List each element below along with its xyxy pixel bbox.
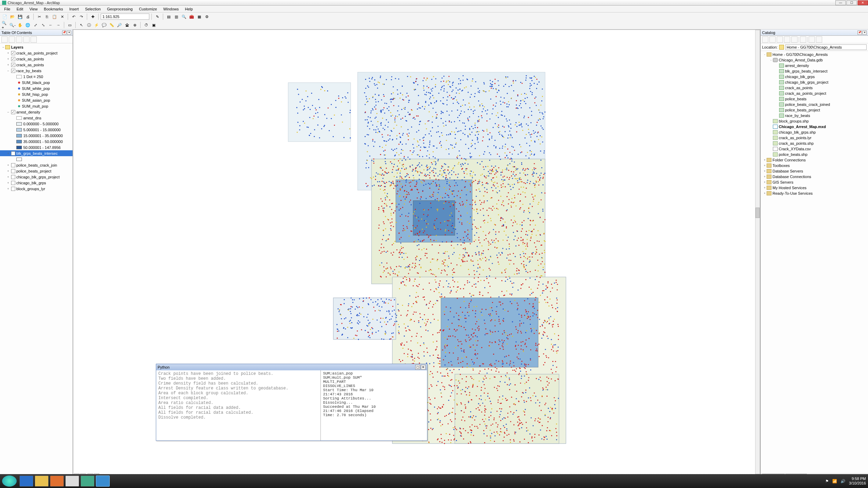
python-output-pane[interactable]: Crack points have been joined to police … bbox=[156, 370, 321, 440]
time-slider-icon[interactable]: ⏱ bbox=[143, 22, 150, 28]
toc-item[interactable]: +crack_as_points_project bbox=[0, 50, 73, 56]
catalog-item[interactable]: -Home - GG700\Chicago_Arrests bbox=[761, 52, 868, 57]
layer-checkbox[interactable] bbox=[11, 63, 15, 67]
list-icon[interactable] bbox=[800, 36, 806, 43]
menu-windows[interactable]: Windows bbox=[160, 6, 182, 12]
select-icon[interactable]: ▭ bbox=[66, 22, 73, 28]
toggle-icon[interactable] bbox=[784, 36, 790, 43]
toc-item[interactable]: 0.000000 - 5.000000 bbox=[0, 121, 73, 127]
tray-volume-icon[interactable]: 🔊 bbox=[841, 479, 845, 483]
arcmap-taskbar-icon[interactable] bbox=[96, 476, 110, 487]
python-window-header[interactable]: Python ▢ ✕ bbox=[156, 364, 427, 370]
scale-input[interactable]: 1:161.925 bbox=[101, 14, 149, 20]
open-icon[interactable]: 📂 bbox=[9, 13, 16, 20]
go-to-xy-icon[interactable]: ⊕ bbox=[131, 22, 138, 28]
toc-item[interactable]: +crack_as_points bbox=[0, 62, 73, 68]
clock[interactable]: 9:58 PM 3/10/2016 bbox=[849, 477, 866, 486]
list-by-selection-icon[interactable] bbox=[23, 36, 30, 43]
toc-item[interactable]: +chicago_blk_grps_project bbox=[0, 174, 73, 180]
layer-checkbox[interactable] bbox=[11, 110, 15, 114]
minimize-button[interactable]: — bbox=[835, 0, 846, 5]
catalog-tree[interactable]: -Home - GG700\Chicago_Arrests-Chicago_Ar… bbox=[761, 51, 868, 473]
identify-icon[interactable]: ⓘ bbox=[85, 22, 92, 28]
back-icon[interactable]: ← bbox=[47, 22, 54, 28]
print-icon[interactable]: 🖨 bbox=[24, 13, 31, 20]
media-player-icon[interactable] bbox=[50, 476, 64, 487]
catalog-item[interactable]: blk_grps_beats_intersect bbox=[761, 68, 868, 74]
location-input[interactable] bbox=[785, 44, 867, 50]
layer-checkbox[interactable] bbox=[11, 151, 15, 155]
catalog-item[interactable]: +Ready-To-Use Services bbox=[761, 191, 868, 196]
catalog-item[interactable]: race_by_beats bbox=[761, 113, 868, 118]
ie-icon[interactable] bbox=[19, 476, 33, 487]
auto-hide-icon[interactable]: 📌 bbox=[62, 31, 66, 35]
catalog-close-icon[interactable]: ✕ bbox=[862, 31, 867, 35]
cut-icon[interactable]: ✂ bbox=[36, 13, 43, 20]
toc-item[interactable]: +police_beats_crack_join bbox=[0, 162, 73, 168]
toc-item[interactable]: 15.000001 - 35.000000 bbox=[0, 133, 73, 138]
toc-item[interactable]: −race_by_beats bbox=[0, 68, 73, 74]
search-icon[interactable]: 🔍 bbox=[181, 13, 187, 20]
model-builder-icon[interactable]: ⚙ bbox=[203, 13, 210, 20]
explorer-icon[interactable] bbox=[35, 476, 49, 487]
toc-item[interactable]: +block_groups_lyr bbox=[0, 186, 73, 192]
catalog-item[interactable]: police_beats bbox=[761, 96, 868, 102]
forward-icon[interactable]: → bbox=[55, 22, 62, 28]
close-panel-icon[interactable]: ✕ bbox=[67, 31, 71, 35]
catalog-item[interactable]: -Chicago_Arrest_Data.gdb bbox=[761, 57, 868, 63]
html-popup-icon[interactable]: 💬 bbox=[101, 22, 108, 28]
tray-flag-icon[interactable]: ⚑ bbox=[825, 479, 829, 483]
toc-item[interactable]: arrest_dns bbox=[0, 115, 73, 121]
catalog-item[interactable]: crack_as_points bbox=[761, 85, 868, 91]
redo-icon[interactable]: ↷ bbox=[78, 13, 85, 20]
layer-checkbox[interactable] bbox=[11, 163, 15, 167]
new-doc-icon[interactable]: 📄 bbox=[1, 13, 8, 20]
catalog-item[interactable]: police_beats.shp bbox=[761, 152, 868, 157]
catalog-item[interactable]: arrest_density bbox=[761, 63, 868, 68]
toc-item[interactable]: SUM_mult_pop bbox=[0, 103, 73, 109]
start-button[interactable] bbox=[2, 476, 17, 487]
menu-geoprocessing[interactable]: Geoprocessing bbox=[104, 6, 135, 12]
toolbox-icon[interactable]: 🧰 bbox=[188, 13, 195, 20]
toc-item[interactable]: SUM_black_pop bbox=[0, 79, 73, 85]
catalog-item[interactable]: +Database Servers bbox=[761, 168, 868, 174]
layer-checkbox[interactable] bbox=[11, 175, 15, 179]
python-close-icon[interactable]: ✕ bbox=[421, 365, 426, 370]
menu-selection[interactable]: Selection bbox=[82, 6, 103, 12]
catalog-item[interactable]: crack_as_points.lyr bbox=[761, 135, 868, 141]
catalog-item[interactable]: block_groups.shp bbox=[761, 118, 868, 124]
catalog-item[interactable]: +GIS Servers bbox=[761, 179, 868, 185]
pan-icon[interactable]: ✋ bbox=[17, 22, 24, 28]
python-messages-pane[interactable]: SUM;asian_pop SUM;mult_pop SUM" MULTI_PA… bbox=[321, 370, 427, 440]
catalog-item[interactable]: police_beats_crack_joined bbox=[761, 102, 868, 107]
catalog-item[interactable]: +Database Connections bbox=[761, 174, 868, 179]
close-button[interactable]: ✕ bbox=[858, 0, 868, 5]
save-icon[interactable]: 💾 bbox=[17, 13, 24, 20]
layer-checkbox[interactable] bbox=[11, 181, 15, 185]
chrome-icon[interactable] bbox=[65, 476, 79, 487]
python-icon[interactable]: ▦ bbox=[196, 13, 203, 20]
menu-insert[interactable]: Insert bbox=[66, 6, 82, 12]
catalog-item[interactable]: chicago_blk_grps_project bbox=[761, 79, 868, 85]
find-icon[interactable]: 🔎 bbox=[116, 22, 123, 28]
pointer-icon[interactable]: ↖ bbox=[78, 22, 85, 28]
fixed-zoom-out-icon[interactable]: ⤡ bbox=[40, 22, 47, 28]
catalog-item[interactable]: crack_as_points_project bbox=[761, 91, 868, 96]
menu-help[interactable]: Help bbox=[182, 6, 196, 12]
copy-icon[interactable]: ⎘ bbox=[43, 13, 50, 20]
toc-icon[interactable]: ▤ bbox=[165, 13, 172, 20]
toc-item[interactable]: 35.000001 - 50.000000 bbox=[0, 138, 73, 144]
list-by-source-icon[interactable] bbox=[9, 36, 15, 43]
catalog-item[interactable]: Crack_XYData.csv bbox=[761, 146, 868, 152]
find-route-icon[interactable]: 🛣 bbox=[124, 22, 131, 28]
full-extent-icon[interactable]: 🌐 bbox=[24, 22, 31, 28]
app-icon-1[interactable] bbox=[81, 476, 94, 487]
python-pin-icon[interactable]: ▢ bbox=[415, 365, 420, 370]
maximize-button[interactable]: ☐ bbox=[846, 0, 857, 5]
zoom-in-icon[interactable]: 🔍+ bbox=[1, 22, 8, 28]
layer-checkbox[interactable] bbox=[11, 187, 15, 191]
zoom-out-icon[interactable]: 🔍- bbox=[9, 22, 16, 28]
toc-item[interactable]: +police_beats_project bbox=[0, 168, 73, 174]
vertical-scrollbar[interactable] bbox=[755, 30, 760, 474]
catalog-item[interactable]: +My Hosted Services bbox=[761, 185, 868, 191]
